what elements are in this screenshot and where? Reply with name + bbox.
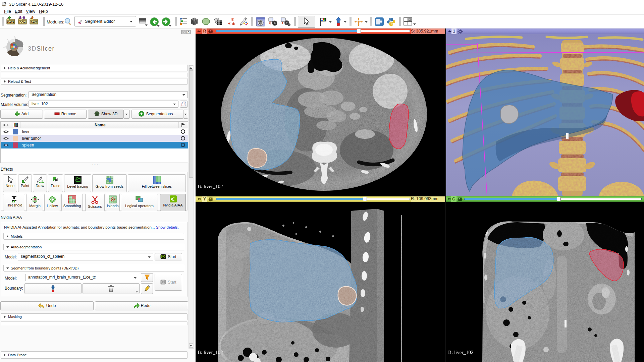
svg-text:DATA: DATA — [7, 21, 14, 24]
svg-text:SAVE: SAVE — [30, 21, 38, 24]
svg-text:DCM: DCM — [19, 21, 26, 24]
